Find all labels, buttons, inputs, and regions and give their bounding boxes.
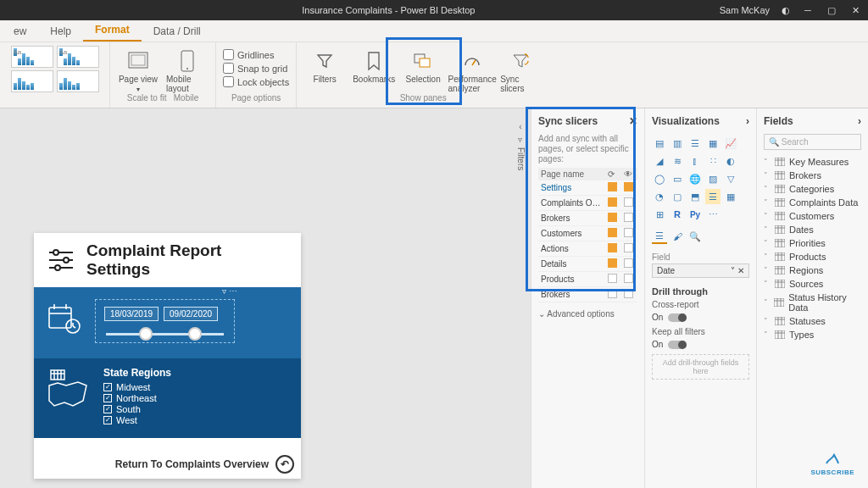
field-table[interactable]: ˅Regions [764,263,861,277]
field-well-date[interactable]: Date˅ ✕ [652,263,749,278]
collapse-fields-pane[interactable]: › [858,115,861,127]
field-table[interactable]: ˅Types [764,328,861,341]
date-to[interactable]: 09/02/2020 [164,307,218,321]
field-table[interactable]: ˅Categories [764,182,861,196]
return-button[interactable]: Return To Complaints Overview ↶ [115,455,294,474]
table-icon [775,198,785,207]
field-table[interactable]: ˅Products [764,250,861,263]
minimize-button[interactable]: ─ [802,5,814,15]
py-visual-icon[interactable]: Py [687,207,703,222]
slicer-icon[interactable]: ☰ [705,189,721,204]
slicer-filter-icon[interactable]: ▿ [222,286,226,296]
snap-checkbox[interactable]: Snap to grid [223,63,287,74]
analytics-tab-icon[interactable]: 🔍 [687,229,703,244]
gridlines-checkbox[interactable]: Gridlines [223,49,274,60]
table-icon[interactable]: ▦ [723,189,738,204]
sync-table: Page name⟳👁 Settings Complaints Over... … [538,168,637,302]
ribbon-chart-icon[interactable]: ≋ [670,153,685,169]
field-table[interactable]: ˅Key Measures [764,155,861,169]
svg-line-19 [73,326,75,328]
bookmarks-button[interactable]: Bookmarks [353,46,395,84]
clustered-bar-icon[interactable]: ☰ [687,136,703,151]
advanced-options[interactable]: ⌄ Advanced options [538,309,637,319]
more-visuals-icon[interactable]: ⋯ [705,207,721,222]
field-table[interactable]: ˅Brokers [764,169,861,182]
map-icon[interactable]: 🌐 [687,171,703,186]
slicer-clear-icon[interactable]: ⋯ [229,286,237,296]
matrix-icon[interactable]: ⊞ [652,207,667,222]
stacked-bar-icon[interactable]: ▤ [652,136,667,151]
drill-through-dropzone[interactable]: Add drill-through fields here [652,354,749,380]
region-slicer[interactable]: State Regions ✓Midwest ✓Northeast ✓South… [103,367,171,426]
format-tab-icon[interactable]: 🖌 [670,229,685,244]
field-table[interactable]: ˅Priorities [764,236,861,250]
waterfall-icon[interactable]: ⫿ [687,153,703,169]
region-slicer-band: State Regions ✓Midwest ✓Northeast ✓South… [34,358,301,438]
r-visual-icon[interactable]: R [670,207,685,222]
tab-view[interactable]: ew [2,21,38,42]
field-table[interactable]: ˅Customers [764,209,861,223]
kpi-icon[interactable]: ⬒ [687,189,703,204]
tab-data-drill[interactable]: Data / Drill [142,21,213,42]
field-table[interactable]: ˅Dates [764,223,861,236]
titlebar: Insurance Complaints - Power BI Desktop … [0,0,868,20]
table-icon [775,212,785,220]
page-view-button[interactable]: Page view ▾ [117,46,159,93]
undo-icon: ↶ [275,455,294,474]
user-avatar-icon[interactable]: ◐ [782,5,790,16]
line-chart-icon[interactable]: 📈 [723,136,738,151]
fields-search[interactable]: 🔍 Search [764,134,861,150]
cross-report-toggle[interactable]: On [652,313,749,322]
svg-rect-37 [775,198,785,207]
funnel-icon[interactable]: ▽ [723,171,738,186]
field-table[interactable]: ˅Statuses [764,314,861,328]
close-button[interactable]: ✕ [849,5,861,16]
sync-slicers-button[interactable]: Sync slicers [500,46,542,93]
selection-button[interactable]: Selection [402,46,444,84]
svg-rect-25 [775,158,785,166]
theme-thumbnails[interactable]: Aa Aa [11,46,99,92]
treemap-icon[interactable]: ▭ [670,171,685,186]
pie-icon[interactable]: ◐ [723,153,738,169]
subscribe-watermark: SUBSCRIBE [810,450,854,476]
mobile-layout-button[interactable]: Mobile layout [166,46,209,93]
scatter-icon[interactable]: ∷ [705,153,721,169]
keep-filters-toggle[interactable]: On [652,340,749,349]
fields-tab-icon[interactable]: ☰ [652,229,667,244]
window-title: Insurance Complaints - Power BI Desktop [58,5,720,15]
vis-check[interactable] [624,182,633,191]
table-icon [775,280,785,288]
viz-gallery: ▤▥☰▦📈◢ ≋⫿∷◐◯▭ 🌐▨▽◔▢⬒ ☰▦⊞RPy⋯ [652,134,749,224]
visualizations-pane: Visualizations› ▤▥☰▦📈◢ ≋⫿∷◐◯▭ 🌐▨▽◔▢⬒ ☰▦⊞… [644,108,756,488]
sync-check[interactable] [608,182,617,191]
field-table[interactable]: ˅Sources [764,277,861,291]
donut-icon[interactable]: ◯ [652,171,667,186]
filters-pane-collapsed[interactable]: ‹ ▿ Filters [512,117,529,170]
filters-pane-button[interactable]: Filters [303,46,346,84]
card-icon[interactable]: ▢ [670,189,685,204]
user-name[interactable]: Sam McKay [720,5,770,15]
tab-help[interactable]: Help [38,21,83,42]
maximize-button[interactable]: ▢ [826,5,837,16]
close-sync-pane[interactable]: ✕ [629,115,637,127]
svg-point-8 [53,250,58,255]
date-slicer[interactable]: ▿ ⋯ 18/03/2019 09/02/2020 [95,299,235,343]
performance-button[interactable]: Performance analyzer [451,46,493,93]
report-canvas[interactable]: Complaint ReportSettings ▿ ⋯ 18/03/2019 … [34,233,301,479]
field-table[interactable]: ˅Status History Data [764,291,861,314]
ribbon: Aa Aa Page view ▾ Mobile layout Scale t [0,42,868,108]
sync-slicers-pane: Sync slicers✕ Add and sync with all page… [531,108,644,488]
field-table[interactable]: ˅Complaints Data [764,196,861,209]
date-slider[interactable] [106,333,224,336]
clustered-column-icon[interactable]: ▦ [705,136,721,151]
tab-format[interactable]: Format [83,19,142,42]
stacked-column-icon[interactable]: ▥ [670,136,685,151]
collapse-viz-pane[interactable]: › [746,115,749,127]
lock-checkbox[interactable]: Lock objects [223,76,289,87]
gauge-icon[interactable]: ◔ [652,189,667,204]
bookmark-icon [362,49,386,73]
date-from[interactable]: 18/03/2019 [104,307,159,321]
area-chart-icon[interactable]: ◢ [652,153,667,169]
filled-map-icon[interactable]: ▨ [705,171,721,186]
table-icon [775,171,785,180]
